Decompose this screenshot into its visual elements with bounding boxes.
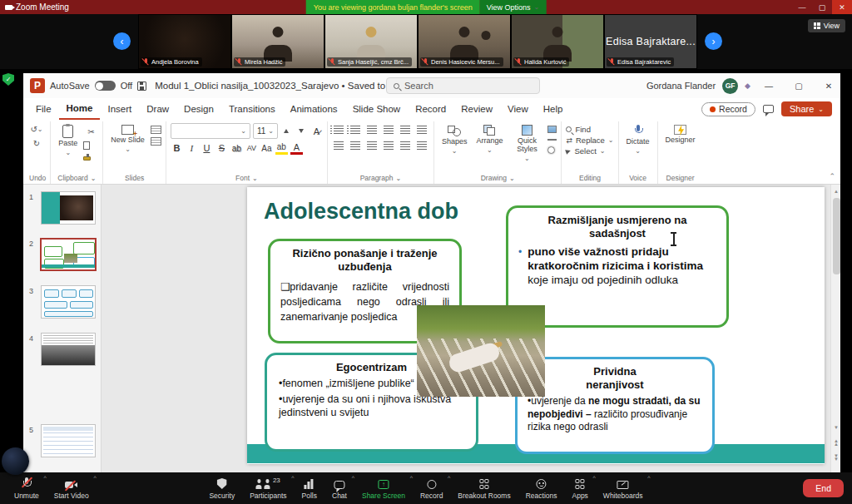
underline-button[interactable]: U bbox=[201, 141, 213, 155]
shape-fill-button[interactable] bbox=[547, 126, 557, 133]
slide-thumbnail-3[interactable] bbox=[41, 285, 96, 319]
align-center-button[interactable] bbox=[349, 139, 363, 151]
collapse-ribbon-button[interactable]: ⌃ bbox=[829, 172, 835, 180]
next-participants-button[interactable]: › bbox=[705, 32, 722, 50]
chat-button[interactable]: ^ Chat bbox=[324, 472, 354, 504]
slide-thumbnail-2-selected[interactable] bbox=[40, 238, 97, 271]
menu-tab-help[interactable]: Help bbox=[536, 98, 571, 120]
cut-button[interactable]: ✂ bbox=[83, 126, 98, 138]
bold-button[interactable]: B bbox=[171, 141, 183, 155]
clear-formatting-button[interactable]: A̷ bbox=[310, 125, 323, 138]
save-icon[interactable] bbox=[137, 82, 146, 91]
participant-tile[interactable]: Denis Hasicevic Mersu... bbox=[418, 14, 511, 69]
end-meeting-button[interactable]: End bbox=[803, 479, 844, 497]
breakout-rooms-button[interactable]: Breakout Rooms bbox=[450, 472, 518, 504]
strikethrough-button[interactable]: S bbox=[215, 141, 228, 155]
smartart-button[interactable] bbox=[415, 139, 429, 151]
increase-indent-button[interactable] bbox=[382, 123, 396, 136]
document-title[interactable]: Modul 1_Oblici nasilja_10032023_Sarajevo… bbox=[155, 81, 419, 91]
italic-button[interactable]: I bbox=[186, 141, 198, 155]
slide[interactable]: Adolescentna dob Rizično ponašanje i tra… bbox=[247, 187, 825, 464]
gem-icon[interactable]: ◆ bbox=[745, 82, 750, 90]
highlight-button[interactable]: ab bbox=[275, 141, 288, 155]
select-button[interactable]: Select⌄ bbox=[566, 146, 605, 156]
line-spacing-button[interactable] bbox=[399, 123, 413, 136]
undo-button[interactable]: ↺⌄ bbox=[29, 123, 44, 136]
ppt-close-button[interactable]: ✕ bbox=[817, 73, 840, 98]
paste-button[interactable]: Paste⌄ bbox=[55, 123, 81, 159]
textbox-invulnerability[interactable]: Prividna neranjivost •uvjerenje da ne mo… bbox=[515, 357, 715, 454]
comments-icon[interactable] bbox=[763, 105, 774, 113]
search-input[interactable]: Search bbox=[386, 77, 540, 94]
minimize-button[interactable]: — bbox=[792, 0, 812, 14]
menu-tab-animations[interactable]: Animations bbox=[283, 98, 345, 120]
align-right-button[interactable] bbox=[365, 139, 379, 151]
scroll-up-button[interactable]: ▲ bbox=[831, 185, 841, 196]
arrange-button[interactable]: Arrange⌄ bbox=[473, 123, 506, 156]
menu-tab-file[interactable]: File bbox=[28, 98, 59, 120]
menu-tab-slide-show[interactable]: Slide Show bbox=[345, 98, 409, 120]
share-button[interactable]: Share⌄ bbox=[781, 101, 832, 116]
format-painter-button[interactable] bbox=[83, 156, 91, 161]
new-slide-button[interactable]: New Slide⌄ bbox=[107, 123, 148, 156]
menu-tab-review[interactable]: Review bbox=[453, 98, 500, 120]
view-options-button[interactable]: View Options⌄ bbox=[480, 0, 547, 14]
vertical-scrollbar[interactable]: ▲ ▼ ▲▲ ▼▼ bbox=[830, 185, 840, 472]
layout-button[interactable] bbox=[151, 126, 161, 134]
text-shadow-button[interactable]: ab bbox=[230, 141, 243, 155]
numbering-button[interactable] bbox=[349, 123, 363, 136]
participant-tile[interactable]: Andjela Borovina bbox=[138, 14, 231, 69]
menu-tab-insert[interactable]: Insert bbox=[100, 98, 139, 120]
shapes-button[interactable]: Shapes⌄ bbox=[438, 123, 471, 157]
previous-slide-button[interactable]: ▲▲ bbox=[831, 437, 841, 447]
slide-image-railway[interactable] bbox=[417, 305, 545, 397]
autosave-toggle[interactable] bbox=[95, 81, 116, 91]
menu-tab-design[interactable]: Design bbox=[176, 98, 221, 120]
dialog-launcher-icon[interactable]: ⌄ bbox=[395, 175, 401, 182]
slide-thumbnail-5[interactable] bbox=[41, 424, 96, 457]
view-layout-button[interactable]: View bbox=[808, 19, 845, 32]
align-left-button[interactable] bbox=[332, 139, 346, 151]
share-screen-button[interactable]: ^ ↑ Share Screen bbox=[354, 472, 413, 504]
menu-tab-draw[interactable]: Draw bbox=[139, 98, 176, 120]
increase-font-button[interactable] bbox=[280, 125, 293, 138]
record-button[interactable]: Record bbox=[701, 102, 755, 116]
justify-button[interactable] bbox=[382, 139, 396, 151]
text-direction-button[interactable] bbox=[415, 123, 429, 136]
font-size-combo[interactable]: 11⌄ bbox=[253, 123, 278, 139]
participant-tile[interactable]: Halida Kurtović bbox=[511, 14, 604, 69]
find-button[interactable]: Find bbox=[566, 125, 590, 134]
shape-outline-button[interactable] bbox=[547, 139, 557, 141]
whiteboards-button[interactable]: ^ Whiteboards bbox=[596, 472, 651, 504]
participant-tile[interactable]: Sanja Haseljić, cmz Brč... bbox=[324, 14, 418, 69]
columns-button[interactable] bbox=[399, 139, 413, 151]
scroll-down-button[interactable]: ▼ bbox=[831, 422, 841, 432]
menu-tab-record[interactable]: Record bbox=[408, 98, 453, 120]
previous-participants-button[interactable]: ‹ bbox=[113, 32, 131, 50]
ppt-minimize-button[interactable]: — bbox=[757, 73, 780, 98]
decrease-font-button[interactable] bbox=[295, 125, 308, 138]
unmute-button[interactable]: ^ Unmute bbox=[7, 472, 47, 504]
change-case-button[interactable]: Aa bbox=[260, 141, 273, 155]
character-spacing-button[interactable]: AV bbox=[245, 141, 258, 155]
slide-thumbnail-4[interactable] bbox=[41, 333, 96, 366]
chevron-up-icon[interactable]: ^ bbox=[93, 475, 96, 481]
apps-button[interactable]: ^ Apps bbox=[564, 472, 595, 504]
reset-button[interactable] bbox=[151, 137, 161, 146]
font-name-combo[interactable]: ⌄ bbox=[171, 123, 250, 139]
maximize-button[interactable]: ▢ bbox=[812, 0, 832, 14]
security-button[interactable]: Security bbox=[201, 472, 242, 504]
record-button[interactable]: ^ Record bbox=[413, 472, 450, 504]
close-button[interactable]: ✕ bbox=[832, 0, 852, 14]
slide-thumbnail-1[interactable] bbox=[41, 191, 96, 225]
participant-tile[interactable]: Edisa Bajraktare... Edisa Bajraktarevic bbox=[604, 14, 697, 69]
polls-button[interactable]: Polls bbox=[295, 472, 324, 504]
redo-button[interactable]: ↻ bbox=[29, 137, 44, 150]
avatar[interactable]: GF bbox=[722, 78, 738, 94]
participant-tile[interactable]: Mirela Hadžić bbox=[231, 14, 324, 69]
participants-button[interactable]: ^ 23 Participants bbox=[242, 472, 294, 504]
reactions-button[interactable]: Reactions bbox=[518, 472, 565, 504]
dialog-launcher-icon[interactable]: ⌄ bbox=[252, 175, 258, 182]
designer-button[interactable]: Designer bbox=[662, 123, 699, 146]
dialog-launcher-icon[interactable]: ⌄ bbox=[91, 175, 97, 182]
